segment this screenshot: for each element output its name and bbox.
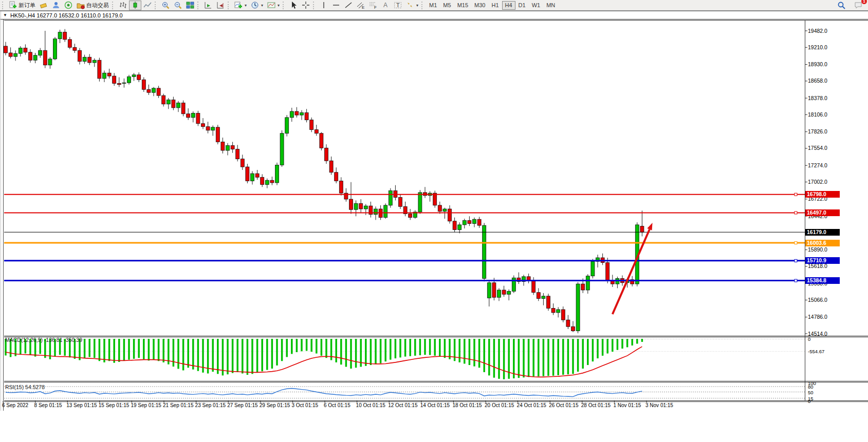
notification-badge: 1	[861, 0, 867, 4]
indicators-button[interactable]: ▾	[232, 1, 249, 10]
cursor-button[interactable]	[287, 1, 300, 10]
text-label-button[interactable]: T	[392, 1, 404, 10]
chart-shift-button[interactable]	[214, 1, 227, 10]
rsi-axis-label: 80	[808, 384, 814, 390]
timeframe-h4-button[interactable]: H4	[502, 1, 515, 10]
zoom-out-button[interactable]	[172, 1, 184, 10]
template-button[interactable]: ▾	[265, 1, 282, 10]
toolbar-grip[interactable]	[155, 2, 157, 9]
candlestick-chart-icon	[131, 1, 139, 9]
eraser-button[interactable]	[38, 1, 50, 10]
chart-shift-icon	[216, 1, 225, 9]
hline-price-label: 16497.0	[805, 209, 840, 216]
profile-icon	[52, 1, 60, 9]
hline-price-label: 15384.8	[805, 277, 840, 284]
svg-text:T: T	[396, 2, 400, 8]
profile-button[interactable]	[50, 1, 62, 10]
toolbar-grip[interactable]	[197, 2, 200, 9]
macd-indicator-label: MACD(12,26,9) -136.81 -350.39	[5, 337, 82, 343]
price-tick-label: 17002.0	[808, 179, 827, 185]
search-button[interactable]	[835, 1, 848, 10]
candlestick-chart-button[interactable]	[129, 1, 141, 10]
toolbar-grip[interactable]	[2, 2, 5, 9]
period-button[interactable]: ▾	[249, 1, 265, 10]
mt4-window: 新订单 自动交易	[0, 0, 868, 442]
arrows-caret-icon: ▾	[416, 3, 418, 8]
auto-scroll-button[interactable]	[202, 1, 214, 10]
cursor-icon	[289, 1, 298, 9]
time-axis-label: 6 Oct 01:15	[324, 402, 350, 408]
price-tick-label: 14514.0	[808, 331, 827, 337]
hline-price-label: 16179.0	[805, 229, 840, 236]
bar-chart-button[interactable]	[117, 1, 129, 10]
timeframe-h1-button[interactable]: H1	[488, 1, 502, 10]
chart-canvas[interactable]	[0, 0, 868, 442]
timeframe-m1-button[interactable]: M1	[426, 1, 440, 10]
price-tick-label: 17274.0	[808, 162, 827, 168]
new-order-label: 新订单	[19, 2, 35, 9]
timeframe-m15-button[interactable]: M15	[454, 1, 471, 10]
price-tick-label: 15066.0	[808, 297, 827, 303]
timeframe-m5-button[interactable]: M5	[440, 1, 454, 10]
fibonacci-button[interactable]: F	[367, 1, 379, 10]
time-axis-label: 8 Sep 01:15	[34, 402, 62, 408]
time-axis-label: 15 Sep 01:15	[99, 402, 130, 408]
timeframe-group: M1M5M15M30H1H4D1W1MN	[426, 1, 558, 10]
signal-button[interactable]	[62, 1, 75, 10]
time-axis-label: 26 Oct 01:15	[549, 402, 578, 408]
time-axis-label: 29 Sep 01:15	[260, 402, 290, 408]
search-icon	[837, 1, 846, 10]
price-tick-label: 17826.0	[808, 128, 827, 134]
macd-axis-zero-label: 0	[808, 336, 810, 342]
collapse-icon[interactable]: ▼	[3, 13, 7, 17]
indicators-icon	[234, 1, 243, 9]
arrows-button[interactable]: ▾	[404, 1, 420, 10]
line-chart-button[interactable]	[141, 1, 154, 10]
horizontal-line-icon	[332, 1, 340, 9]
timeframe-mn-button[interactable]: MN	[543, 1, 558, 10]
horizontal-line-button[interactable]	[330, 1, 342, 10]
price-tick-label: 17554.0	[808, 145, 827, 151]
line-chart-icon	[143, 1, 152, 9]
chart-titlebar[interactable]: ▼ HK50-,H4 16277.0 16532.0 16110.0 16179…	[0, 11, 868, 20]
hline-price-label: 15710.9	[805, 257, 840, 264]
svg-text:F: F	[374, 5, 377, 9]
toolbar-grip[interactable]	[112, 2, 115, 9]
timeframe-w1-button[interactable]: W1	[529, 1, 544, 10]
time-axis-label: 10 Oct 01:15	[356, 402, 385, 408]
time-axis-label: 23 Sep 01:15	[195, 402, 226, 408]
timeframe-d1-button[interactable]: D1	[515, 1, 529, 10]
text-button[interactable]: A	[379, 1, 392, 10]
chart-title: HK50-,H4 16277.0 16532.0 16110.0 16179.0	[10, 12, 123, 18]
auto-scroll-icon	[204, 1, 212, 9]
zoom-in-button[interactable]	[159, 1, 172, 10]
timeframe-m30-button[interactable]: M30	[471, 1, 488, 10]
bar-chart-icon	[119, 1, 127, 9]
toolbar-grip[interactable]	[228, 2, 230, 9]
autotrade-button[interactable]: 自动交易	[75, 1, 111, 10]
time-axis-label: 14 Oct 01:15	[420, 402, 450, 408]
channel-icon: E	[357, 1, 365, 9]
toolbar-grip[interactable]	[313, 2, 316, 9]
price-tick-label: 18658.0	[808, 78, 827, 84]
price-tick-label: 19482.0	[808, 28, 827, 34]
crosshair-icon	[302, 1, 310, 9]
toolbar-grip[interactable]	[283, 2, 285, 9]
new-order-button[interactable]: 新订单	[7, 1, 38, 10]
clock-icon	[251, 1, 259, 9]
tile-windows-button[interactable]	[184, 1, 196, 10]
new-order-icon	[9, 1, 17, 9]
notifications-button[interactable]: 1	[852, 1, 865, 10]
trendline-button[interactable]	[342, 1, 355, 10]
channel-button[interactable]: E	[355, 1, 367, 10]
rsi-axis-label: 50	[808, 390, 814, 395]
template-icon	[267, 1, 275, 9]
autotrade-icon	[77, 1, 85, 9]
rsi-axis-label: 0	[808, 398, 810, 404]
toolbar-grip[interactable]	[421, 2, 424, 9]
crosshair-button[interactable]	[300, 1, 312, 10]
vertical-line-button[interactable]	[318, 1, 330, 10]
zoom-out-icon	[174, 1, 182, 9]
svg-text:E: E	[362, 5, 364, 9]
hline-price-label: 16003.6	[805, 240, 840, 246]
